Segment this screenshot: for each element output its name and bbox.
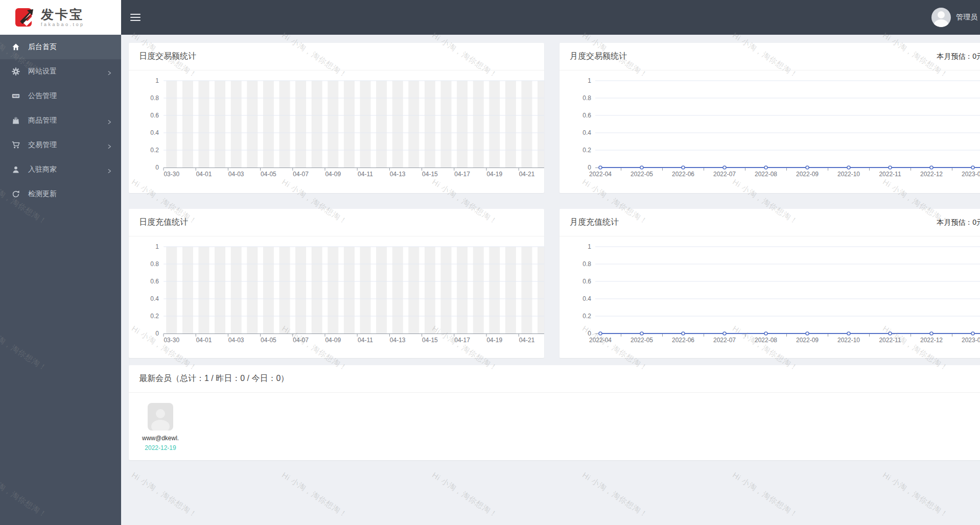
topbar: 管理员 [121, 0, 980, 35]
watermark: Hi 小淘，淘你想淘！ [130, 470, 199, 520]
svg-text:0.4: 0.4 [150, 295, 159, 302]
svg-text:03-30: 03-30 [164, 171, 179, 178]
panel-monthly-recharge: 月度充值统计本月预估：0元00.20.40.60.812022-042022-0… [559, 209, 980, 358]
svg-text:2023-01: 2023-01 [962, 171, 980, 178]
sidebar-item-label: 后台首页 [28, 42, 112, 52]
latest-members-header: 最新会员（总计：1 / 昨日：0 / 今日：0） [129, 365, 980, 393]
gear-icon [11, 67, 20, 76]
svg-text:2022-07: 2022-07 [713, 337, 736, 344]
user-avatar [931, 8, 951, 27]
chevron-right-icon [107, 142, 112, 148]
watermark: Hi 小淘，淘你想淘！ [731, 470, 800, 520]
svg-text:04-05: 04-05 [261, 337, 276, 344]
svg-text:2022-04: 2022-04 [589, 171, 612, 178]
merchant-icon [11, 165, 20, 174]
chevron-right-icon [107, 167, 112, 172]
svg-text:03-30: 03-30 [164, 337, 179, 344]
svg-text:2022-12: 2022-12 [920, 337, 943, 344]
svg-text:NEW: NEW [13, 95, 18, 98]
svg-text:2022-05: 2022-05 [631, 171, 653, 178]
watermark: Hi 小淘，淘你想淘！ [580, 470, 650, 520]
announcement-icon: NEW [11, 92, 20, 101]
svg-text:0: 0 [155, 330, 159, 337]
panel-monthly-transaction: 月度交易额统计本月预估：0元00.20.40.60.812022-042022-… [559, 43, 980, 193]
watermark: Hi 小淘，淘你想淘！ [881, 470, 950, 520]
svg-text:04-13: 04-13 [390, 171, 406, 178]
svg-text:2022-10: 2022-10 [837, 337, 860, 344]
chart-daily-recharge: 00.20.40.60.8103-3004-0104-0304-0504-070… [129, 236, 544, 358]
svg-text:2022-06: 2022-06 [672, 171, 694, 178]
sidebar-item-3[interactable]: 商品管理 [0, 108, 121, 133]
panel-title-monthly-transaction: 月度交易额统计 [570, 51, 627, 62]
brand-logo[interactable]: 发卡宝 fakabao.top [0, 0, 121, 35]
latest-members-panel: 最新会员（总计：1 / 昨日：0 / 今日：0） www@dkewl.com20… [129, 365, 980, 460]
svg-text:04-05: 04-05 [261, 171, 276, 178]
svg-text:0: 0 [155, 164, 159, 171]
chevron-right-icon [107, 118, 112, 123]
svg-text:0.8: 0.8 [150, 94, 159, 102]
svg-text:0.4: 0.4 [582, 295, 591, 302]
sidebar-item-6[interactable]: 检测更新 [0, 182, 121, 206]
watermark: Hi 小淘，淘你想淘！ [280, 470, 349, 520]
svg-text:0.6: 0.6 [150, 278, 159, 285]
panel-daily-transaction: 日度交易额统计00.20.40.60.8103-3004-0104-0304-0… [129, 43, 544, 193]
brand-domain: fakabao.top [41, 22, 85, 27]
svg-text:04-17: 04-17 [454, 171, 470, 178]
panel-title-monthly-recharge: 月度充值统计 [570, 217, 619, 228]
svg-text:04-07: 04-07 [293, 337, 309, 344]
svg-text:2022-06: 2022-06 [672, 337, 694, 344]
svg-text:04-11: 04-11 [358, 171, 373, 178]
svg-text:04-09: 04-09 [325, 337, 341, 344]
sidebar-item-5[interactable]: 入驻商家 [0, 157, 121, 182]
chevron-right-icon [107, 69, 112, 74]
svg-text:04-03: 04-03 [228, 171, 244, 178]
watermark: Hi 小淘，淘你想淘！ [430, 470, 500, 520]
svg-text:0.6: 0.6 [582, 278, 591, 285]
svg-text:0.8: 0.8 [582, 94, 591, 102]
svg-text:1: 1 [588, 77, 591, 84]
monthly-estimate-monthly-recharge: 本月预估：0元 [937, 218, 980, 227]
svg-text:2022-11: 2022-11 [879, 337, 901, 344]
svg-text:04-15: 04-15 [422, 171, 438, 178]
svg-text:04-01: 04-01 [196, 337, 212, 344]
sidebar-item-4[interactable]: 交易管理 [0, 133, 121, 157]
sidebar-item-1[interactable]: 网站设置 [0, 59, 121, 84]
brand-logo-icon [14, 7, 36, 28]
svg-text:0.4: 0.4 [582, 129, 591, 136]
svg-text:2022-10: 2022-10 [837, 171, 860, 178]
svg-text:04-21: 04-21 [519, 337, 535, 344]
sidebar-item-2[interactable]: NEW公告管理 [0, 84, 121, 108]
sidebar-item-label: 入驻商家 [28, 165, 107, 174]
sidebar-item-label: 网站设置 [28, 67, 107, 76]
svg-text:2022-08: 2022-08 [755, 171, 777, 178]
sidebar-toggle-button[interactable] [130, 14, 141, 21]
user-name: 管理员 [956, 13, 977, 22]
sidebar-item-0[interactable]: 后台首页 [0, 35, 121, 59]
member-item: www@dkewl.com2022-12-19 [142, 403, 179, 451]
sidebar-item-label: 交易管理 [28, 140, 107, 150]
svg-text:04-19: 04-19 [486, 171, 502, 178]
panel-title-daily-recharge: 日度充值统计 [139, 217, 188, 228]
panel-title-daily-transaction: 日度交易额统计 [139, 51, 196, 62]
user-menu[interactable]: 管理员 [931, 0, 980, 35]
cart-icon [11, 141, 20, 150]
svg-text:2022-09: 2022-09 [796, 337, 819, 344]
svg-text:1: 1 [155, 243, 159, 250]
svg-text:1: 1 [588, 243, 591, 250]
svg-text:04-15: 04-15 [422, 337, 438, 344]
svg-text:04-09: 04-09 [325, 171, 341, 178]
member-email: www@dkewl.com [142, 435, 179, 442]
svg-text:0.6: 0.6 [582, 112, 591, 119]
svg-text:04-17: 04-17 [454, 337, 470, 344]
svg-text:04-19: 04-19 [486, 337, 502, 344]
sidebar-item-label: 商品管理 [28, 116, 107, 125]
svg-text:2023-01: 2023-01 [962, 337, 980, 344]
home-icon [11, 43, 20, 52]
svg-text:2022-04: 2022-04 [589, 337, 612, 344]
svg-text:1: 1 [155, 77, 159, 84]
svg-text:04-03: 04-03 [228, 337, 244, 344]
svg-text:0.6: 0.6 [150, 112, 159, 119]
sidebar: 后台首页网站设置NEW公告管理商品管理交易管理入驻商家检测更新 [0, 35, 121, 525]
svg-text:0.8: 0.8 [582, 260, 591, 268]
svg-text:2022-11: 2022-11 [879, 171, 901, 178]
